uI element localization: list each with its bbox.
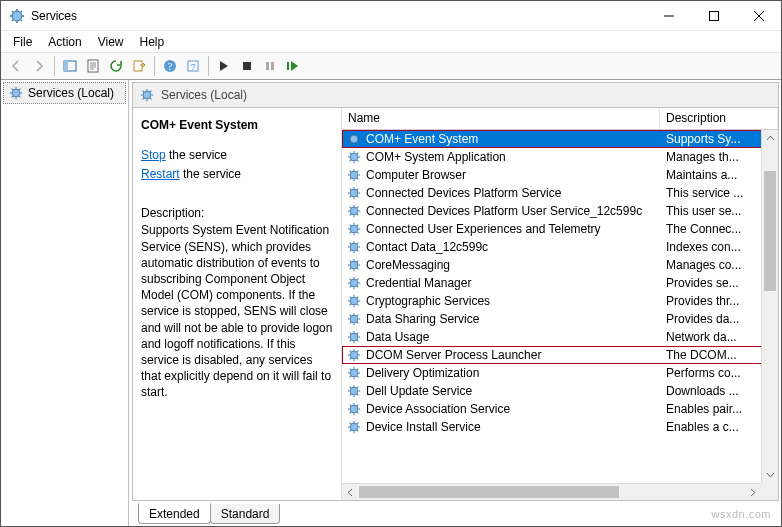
tree-item-services-local[interactable]: Services (Local) <box>3 82 126 104</box>
service-name-cell: Device Install Service <box>342 419 660 435</box>
svg-point-25 <box>350 297 358 305</box>
service-row[interactable]: Connected Devices Platform User Service_… <box>342 202 778 220</box>
svg-rect-4 <box>88 60 98 72</box>
svg-point-14 <box>12 89 20 97</box>
properties-button[interactable] <box>82 55 104 77</box>
export-list-button[interactable] <box>128 55 150 77</box>
service-list: Name Description COM+ Event SystemSuppor… <box>342 108 778 500</box>
svg-point-0 <box>12 11 22 21</box>
service-row[interactable]: Connected User Experiences and Telemetry… <box>342 220 778 238</box>
service-name-cell: Connected Devices Platform Service <box>342 185 660 201</box>
tree-pane[interactable]: Services (Local) <box>1 80 129 526</box>
column-header-name[interactable]: Name <box>342 108 660 129</box>
service-icon <box>346 383 362 399</box>
column-header-description[interactable]: Description <box>660 108 778 129</box>
service-row[interactable]: Dell Update ServiceDownloads ... <box>342 382 778 400</box>
svg-point-32 <box>350 423 358 431</box>
scroll-up-button[interactable] <box>762 130 778 147</box>
menu-help[interactable]: Help <box>132 33 173 51</box>
start-service-button[interactable] <box>213 55 235 77</box>
service-row[interactable]: Device Association ServiceEnables pair..… <box>342 400 778 418</box>
service-icon <box>346 293 362 309</box>
service-name-text: DCOM Server Process Launcher <box>366 348 541 362</box>
services-icon <box>139 87 155 103</box>
scroll-thumb[interactable] <box>359 486 619 498</box>
svg-point-16 <box>350 135 358 143</box>
tab-strip: Extended Standard <box>132 501 779 524</box>
help-button-2[interactable]: ? <box>182 55 204 77</box>
horizontal-scrollbar[interactable] <box>342 483 761 500</box>
service-name-cell: Device Association Service <box>342 401 660 417</box>
service-icon <box>346 239 362 255</box>
service-icon <box>346 419 362 435</box>
service-row[interactable]: Data UsageNetwork da... <box>342 328 778 346</box>
scroll-track[interactable] <box>359 484 744 500</box>
service-name-text: Data Usage <box>366 330 429 344</box>
menubar: File Action View Help <box>1 31 781 52</box>
svg-point-27 <box>350 333 358 341</box>
svg-point-24 <box>350 279 358 287</box>
service-icon <box>346 329 362 345</box>
detail-pane: COM+ Event System Stop the service Resta… <box>133 108 342 500</box>
close-button[interactable] <box>736 1 781 30</box>
refresh-button[interactable] <box>105 55 127 77</box>
vertical-scrollbar[interactable] <box>761 130 778 483</box>
service-row[interactable]: Connected Devices Platform ServiceThis s… <box>342 184 778 202</box>
forward-button[interactable] <box>28 55 50 77</box>
service-name-text: Connected Devices Platform User Service_… <box>366 204 642 218</box>
service-row[interactable]: Computer BrowserMaintains a... <box>342 166 778 184</box>
svg-point-15 <box>143 91 151 99</box>
help-button[interactable]: ? <box>159 55 181 77</box>
tab-standard[interactable]: Standard <box>210 504 281 524</box>
toolbar-separator <box>208 56 209 76</box>
service-name-text: COM+ System Application <box>366 150 506 164</box>
svg-point-20 <box>350 207 358 215</box>
svg-point-26 <box>350 315 358 323</box>
service-name-text: Cryptographic Services <box>366 294 490 308</box>
service-name-cell: Delivery Optimization <box>342 365 660 381</box>
service-row[interactable]: Cryptographic ServicesProvides thr... <box>342 292 778 310</box>
maximize-button[interactable] <box>691 1 736 30</box>
list-body[interactable]: COM+ Event SystemSupports Sy...COM+ Syst… <box>342 130 778 500</box>
restart-link[interactable]: Restart <box>141 167 180 181</box>
services-app-icon <box>9 8 25 24</box>
stop-service-button[interactable] <box>236 55 258 77</box>
scroll-track[interactable] <box>762 147 778 466</box>
svg-point-31 <box>350 405 358 413</box>
service-row[interactable]: Delivery OptimizationPerforms co... <box>342 364 778 382</box>
scroll-down-button[interactable] <box>762 466 778 483</box>
service-row[interactable]: COM+ System ApplicationManages th... <box>342 148 778 166</box>
service-name-cell: COM+ Event System <box>342 131 660 147</box>
service-row[interactable]: Contact Data_12c599cIndexes con... <box>342 238 778 256</box>
service-row[interactable]: Data Sharing ServiceProvides da... <box>342 310 778 328</box>
menu-file[interactable]: File <box>5 33 40 51</box>
svg-text:?: ? <box>190 62 195 72</box>
back-button[interactable] <box>5 55 27 77</box>
service-name-text: Connected Devices Platform Service <box>366 186 561 200</box>
service-row[interactable]: Device Install ServiceEnables a c... <box>342 418 778 436</box>
restart-service-button[interactable] <box>282 55 304 77</box>
scroll-left-button[interactable] <box>342 484 359 500</box>
right-pane-content: COM+ Event System Stop the service Resta… <box>132 108 779 501</box>
service-row[interactable]: Credential ManagerProvides se... <box>342 274 778 292</box>
svg-point-29 <box>350 369 358 377</box>
minimize-button[interactable] <box>646 1 691 30</box>
menu-action[interactable]: Action <box>40 33 89 51</box>
svg-rect-13 <box>287 62 289 70</box>
service-row[interactable]: DCOM Server Process LauncherThe DCOM... <box>342 346 778 364</box>
scroll-thumb[interactable] <box>764 171 776 291</box>
titlebar: Services <box>1 1 781 31</box>
right-pane-header: Services (Local) <box>132 82 779 108</box>
scroll-right-button[interactable] <box>744 484 761 500</box>
service-row[interactable]: CoreMessagingManages co... <box>342 256 778 274</box>
service-row[interactable]: COM+ Event SystemSupports Sy... <box>342 130 778 148</box>
svg-rect-1 <box>709 11 718 20</box>
service-icon <box>346 203 362 219</box>
show-hide-tree-button[interactable] <box>59 55 81 77</box>
pause-service-button[interactable] <box>259 55 281 77</box>
stop-link[interactable]: Stop <box>141 148 166 162</box>
tab-extended[interactable]: Extended <box>138 503 211 524</box>
description-label: Description: <box>141 206 333 220</box>
menu-view[interactable]: View <box>90 33 132 51</box>
svg-rect-12 <box>271 62 274 70</box>
